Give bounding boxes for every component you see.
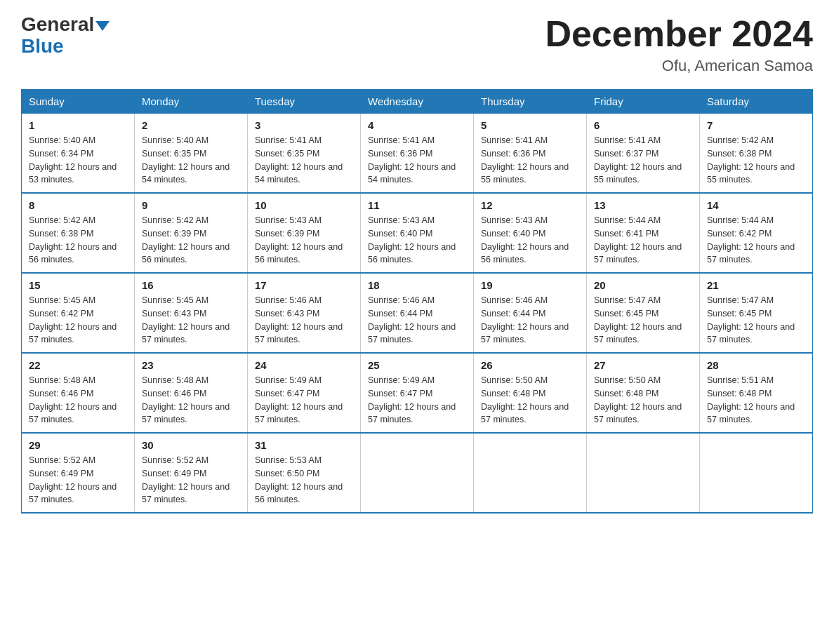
- table-row: 31 Sunrise: 5:53 AMSunset: 6:50 PMDaylig…: [248, 433, 361, 513]
- day-number: 26: [481, 359, 579, 371]
- day-info: Sunrise: 5:50 AMSunset: 6:48 PMDaylight:…: [594, 375, 682, 424]
- logo: General Blue: [21, 14, 110, 58]
- page-header: General Blue December 2024 Ofu, American…: [21, 14, 813, 75]
- col-header-monday: Monday: [135, 90, 248, 114]
- day-number: 21: [707, 279, 805, 291]
- day-info: Sunrise: 5:49 AMSunset: 6:47 PMDaylight:…: [368, 375, 456, 424]
- day-info: Sunrise: 5:44 AMSunset: 6:42 PMDaylight:…: [707, 215, 795, 264]
- day-number: 20: [594, 279, 692, 291]
- table-row: 10 Sunrise: 5:43 AMSunset: 6:39 PMDaylig…: [248, 193, 361, 273]
- calendar-week-row: 29 Sunrise: 5:52 AMSunset: 6:49 PMDaylig…: [22, 433, 813, 513]
- calendar-week-row: 1 Sunrise: 5:40 AMSunset: 6:34 PMDayligh…: [22, 114, 813, 194]
- day-info: Sunrise: 5:41 AMSunset: 6:36 PMDaylight:…: [368, 135, 456, 185]
- day-info: Sunrise: 5:40 AMSunset: 6:35 PMDaylight:…: [142, 135, 230, 185]
- day-number: 6: [594, 119, 692, 131]
- col-header-friday: Friday: [587, 90, 700, 114]
- day-info: Sunrise: 5:42 AMSunset: 6:39 PMDaylight:…: [142, 215, 230, 264]
- table-row: 11 Sunrise: 5:43 AMSunset: 6:40 PMDaylig…: [361, 193, 474, 273]
- day-info: Sunrise: 5:53 AMSunset: 6:50 PMDaylight:…: [255, 455, 343, 504]
- day-number: 1: [29, 119, 127, 131]
- day-info: Sunrise: 5:41 AMSunset: 6:36 PMDaylight:…: [481, 135, 569, 185]
- day-number: 4: [368, 119, 466, 131]
- day-number: 17: [255, 279, 353, 291]
- day-info: Sunrise: 5:43 AMSunset: 6:40 PMDaylight:…: [368, 215, 456, 264]
- table-row: 21 Sunrise: 5:47 AMSunset: 6:45 PMDaylig…: [700, 273, 813, 353]
- table-row: 29 Sunrise: 5:52 AMSunset: 6:49 PMDaylig…: [22, 433, 135, 513]
- day-number: 13: [594, 199, 692, 211]
- table-row: 20 Sunrise: 5:47 AMSunset: 6:45 PMDaylig…: [587, 273, 700, 353]
- table-row: 19 Sunrise: 5:46 AMSunset: 6:44 PMDaylig…: [474, 273, 587, 353]
- day-info: Sunrise: 5:46 AMSunset: 6:43 PMDaylight:…: [255, 295, 343, 344]
- table-row: 28 Sunrise: 5:51 AMSunset: 6:48 PMDaylig…: [700, 353, 813, 433]
- day-info: Sunrise: 5:48 AMSunset: 6:46 PMDaylight:…: [29, 375, 117, 424]
- day-number: 5: [481, 119, 579, 131]
- table-row: 13 Sunrise: 5:44 AMSunset: 6:41 PMDaylig…: [587, 193, 700, 273]
- table-row: 6 Sunrise: 5:41 AMSunset: 6:37 PMDayligh…: [587, 114, 700, 194]
- month-title: December 2024: [545, 14, 813, 54]
- day-info: Sunrise: 5:47 AMSunset: 6:45 PMDaylight:…: [707, 295, 795, 344]
- col-header-sunday: Sunday: [22, 90, 135, 114]
- day-info: Sunrise: 5:52 AMSunset: 6:49 PMDaylight:…: [29, 455, 117, 504]
- table-row: 18 Sunrise: 5:46 AMSunset: 6:44 PMDaylig…: [361, 273, 474, 353]
- day-number: 27: [594, 359, 692, 371]
- day-info: Sunrise: 5:46 AMSunset: 6:44 PMDaylight:…: [368, 295, 456, 344]
- logo-general: General: [21, 14, 110, 36]
- table-row: 15 Sunrise: 5:45 AMSunset: 6:42 PMDaylig…: [22, 273, 135, 353]
- table-row: 5 Sunrise: 5:41 AMSunset: 6:36 PMDayligh…: [474, 114, 587, 194]
- day-info: Sunrise: 5:45 AMSunset: 6:42 PMDaylight:…: [29, 295, 117, 344]
- table-row: 24 Sunrise: 5:49 AMSunset: 6:47 PMDaylig…: [248, 353, 361, 433]
- day-number: 3: [255, 119, 353, 131]
- day-number: 8: [29, 199, 127, 211]
- day-number: 19: [481, 279, 579, 291]
- table-row: [700, 433, 813, 513]
- day-info: Sunrise: 5:50 AMSunset: 6:48 PMDaylight:…: [481, 375, 569, 424]
- table-row: 4 Sunrise: 5:41 AMSunset: 6:36 PMDayligh…: [361, 114, 474, 194]
- table-row: 8 Sunrise: 5:42 AMSunset: 6:38 PMDayligh…: [22, 193, 135, 273]
- day-info: Sunrise: 5:46 AMSunset: 6:44 PMDaylight:…: [481, 295, 569, 344]
- table-row: 17 Sunrise: 5:46 AMSunset: 6:43 PMDaylig…: [248, 273, 361, 353]
- day-info: Sunrise: 5:44 AMSunset: 6:41 PMDaylight:…: [594, 215, 682, 264]
- day-number: 15: [29, 279, 127, 291]
- table-row: 7 Sunrise: 5:42 AMSunset: 6:38 PMDayligh…: [700, 114, 813, 194]
- day-info: Sunrise: 5:48 AMSunset: 6:46 PMDaylight:…: [142, 375, 230, 424]
- day-number: 7: [707, 119, 805, 131]
- table-row: 23 Sunrise: 5:48 AMSunset: 6:46 PMDaylig…: [135, 353, 248, 433]
- day-info: Sunrise: 5:43 AMSunset: 6:39 PMDaylight:…: [255, 215, 343, 264]
- table-row: 26 Sunrise: 5:50 AMSunset: 6:48 PMDaylig…: [474, 353, 587, 433]
- day-info: Sunrise: 5:49 AMSunset: 6:47 PMDaylight:…: [255, 375, 343, 424]
- calendar-week-row: 15 Sunrise: 5:45 AMSunset: 6:42 PMDaylig…: [22, 273, 813, 353]
- calendar-week-row: 22 Sunrise: 5:48 AMSunset: 6:46 PMDaylig…: [22, 353, 813, 433]
- calendar-table: Sunday Monday Tuesday Wednesday Thursday…: [21, 89, 813, 514]
- day-number: 16: [142, 279, 240, 291]
- table-row: 3 Sunrise: 5:41 AMSunset: 6:35 PMDayligh…: [248, 114, 361, 194]
- day-info: Sunrise: 5:42 AMSunset: 6:38 PMDaylight:…: [707, 135, 795, 185]
- day-info: Sunrise: 5:41 AMSunset: 6:37 PMDaylight:…: [594, 135, 682, 185]
- day-number: 25: [368, 359, 466, 371]
- day-info: Sunrise: 5:43 AMSunset: 6:40 PMDaylight:…: [481, 215, 569, 264]
- day-number: 29: [29, 439, 127, 451]
- table-row: 12 Sunrise: 5:43 AMSunset: 6:40 PMDaylig…: [474, 193, 587, 273]
- table-row: 2 Sunrise: 5:40 AMSunset: 6:35 PMDayligh…: [135, 114, 248, 194]
- day-info: Sunrise: 5:47 AMSunset: 6:45 PMDaylight:…: [594, 295, 682, 344]
- table-row: [474, 433, 587, 513]
- col-header-wednesday: Wednesday: [361, 90, 474, 114]
- title-area: December 2024 Ofu, American Samoa: [545, 14, 813, 75]
- table-row: 27 Sunrise: 5:50 AMSunset: 6:48 PMDaylig…: [587, 353, 700, 433]
- table-row: 1 Sunrise: 5:40 AMSunset: 6:34 PMDayligh…: [22, 114, 135, 194]
- calendar-week-row: 8 Sunrise: 5:42 AMSunset: 6:38 PMDayligh…: [22, 193, 813, 273]
- day-info: Sunrise: 5:51 AMSunset: 6:48 PMDaylight:…: [707, 375, 795, 424]
- day-number: 10: [255, 199, 353, 211]
- day-number: 31: [255, 439, 353, 451]
- table-row: 16 Sunrise: 5:45 AMSunset: 6:43 PMDaylig…: [135, 273, 248, 353]
- day-info: Sunrise: 5:41 AMSunset: 6:35 PMDaylight:…: [255, 135, 343, 185]
- day-number: 9: [142, 199, 240, 211]
- day-number: 28: [707, 359, 805, 371]
- day-number: 14: [707, 199, 805, 211]
- day-info: Sunrise: 5:52 AMSunset: 6:49 PMDaylight:…: [142, 455, 230, 504]
- table-row: 22 Sunrise: 5:48 AMSunset: 6:46 PMDaylig…: [22, 353, 135, 433]
- day-number: 2: [142, 119, 240, 131]
- table-row: 14 Sunrise: 5:44 AMSunset: 6:42 PMDaylig…: [700, 193, 813, 273]
- day-number: 18: [368, 279, 466, 291]
- day-info: Sunrise: 5:45 AMSunset: 6:43 PMDaylight:…: [142, 295, 230, 344]
- table-row: 9 Sunrise: 5:42 AMSunset: 6:39 PMDayligh…: [135, 193, 248, 273]
